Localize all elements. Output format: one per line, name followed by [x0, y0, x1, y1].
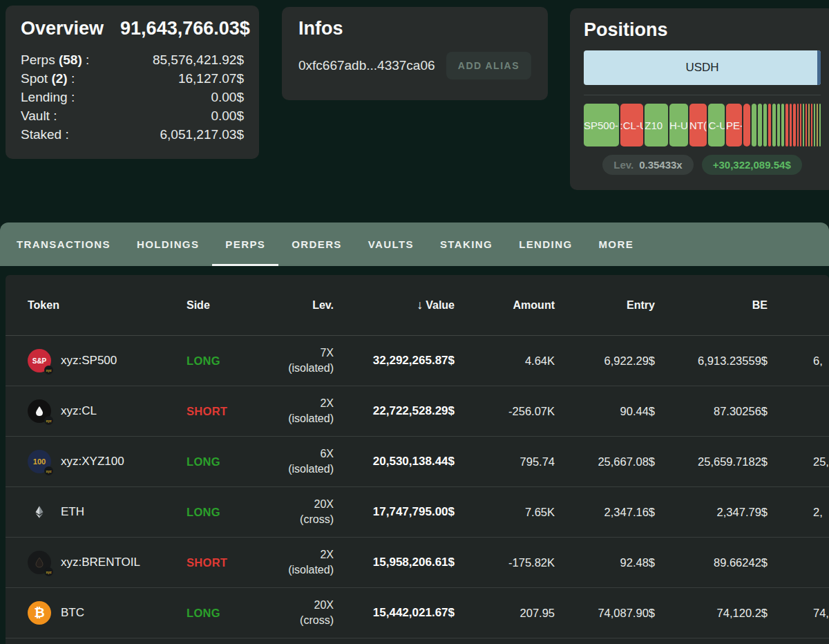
- position-chip[interactable]: [806, 104, 807, 146]
- table-row[interactable]: xyzxyz:BRENTOILSHORT2X(isolated)15,958,2…: [6, 538, 829, 588]
- leverage-cell: 2X(isolated): [235, 547, 334, 578]
- tab-holdings[interactable]: HOLDINGS: [124, 222, 212, 266]
- position-chip[interactable]: C-U: [708, 104, 725, 146]
- xyz-badge-icon: xyz: [44, 466, 53, 475]
- value-cell: 22,722,528.29$: [334, 404, 455, 418]
- xyz-badge-icon: xyz: [44, 366, 53, 375]
- header-value-label: Value: [426, 299, 455, 311]
- table-row[interactable]: ₿BTCLONG20X(cross)15,442,021.67$207.9574…: [6, 588, 829, 638]
- entry-cell: 6,922.29$: [555, 354, 655, 368]
- sp500-icon: S&Pxyz: [28, 349, 51, 372]
- position-chip[interactable]: [763, 104, 767, 146]
- leverage-multiplier: 20X: [235, 598, 334, 613]
- token-cell: xyzxyz:CL: [28, 399, 187, 423]
- be-cell: 2,347.79$: [655, 506, 768, 519]
- overview-total: 91,643,766.03$: [120, 18, 250, 39]
- amount-cell: 207.95: [455, 607, 555, 620]
- position-chip[interactable]: [772, 104, 776, 146]
- overview-row: Lending :0.00$: [21, 88, 244, 106]
- position-chip[interactable]: [797, 104, 799, 146]
- overview-row-value: 0.00$: [211, 88, 244, 106]
- position-chip[interactable]: [819, 104, 821, 146]
- header-side[interactable]: Side: [187, 299, 235, 312]
- table-header-row: Token Side Lev. ↓Value Amount Entry BE: [6, 275, 829, 336]
- leverage-cell: 20X(cross): [235, 598, 334, 628]
- be-cell: 25,659.7182$: [655, 455, 768, 468]
- amount-cell: 7.65K: [455, 506, 555, 519]
- header-entry[interactable]: Entry: [555, 299, 655, 312]
- table-body: S&Pxyzxyz:SP500LONG7X(isolated)32,292,26…: [6, 336, 829, 638]
- infos-title: Infos: [298, 18, 531, 39]
- clipped-next-cell: 25,: [768, 455, 829, 468]
- position-chip[interactable]: [811, 104, 812, 146]
- perps-table: Token Side Lev. ↓Value Amount Entry BE S…: [6, 275, 829, 644]
- leverage-cell: 6X(isolated): [235, 446, 334, 477]
- position-chip[interactable]: [743, 104, 750, 146]
- usdh-token-button[interactable]: USDH: [584, 50, 821, 85]
- be-cell: 6,913.23559$: [655, 354, 768, 368]
- header-be[interactable]: BE: [655, 299, 768, 312]
- tab-staking[interactable]: STAKING: [427, 222, 506, 266]
- position-chip[interactable]: SP500-U: [584, 104, 619, 146]
- position-chip[interactable]: [777, 104, 780, 146]
- leverage-multiplier: 2X: [235, 396, 334, 411]
- be-cell: 87.30256$: [655, 405, 768, 418]
- position-chip[interactable]: [803, 104, 804, 146]
- position-chip[interactable]: [800, 104, 801, 146]
- position-chip[interactable]: [768, 104, 771, 146]
- margin-mode: (isolated): [235, 361, 334, 376]
- table-row[interactable]: S&Pxyzxyz:SP500LONG7X(isolated)32,292,26…: [6, 336, 829, 386]
- position-chip[interactable]: [808, 104, 810, 146]
- top-summary-section: Overview 91,643,766.03$ Perps (58) :85,5…: [0, 0, 829, 222]
- token-cell: ₿BTC: [28, 601, 187, 625]
- table-row[interactable]: 100xyzxyz:XYZ100LONG6X(isolated)20,530,1…: [6, 437, 829, 487]
- position-chip[interactable]: PE-U: [726, 104, 742, 146]
- xyz100-icon: 100xyz: [28, 450, 51, 473]
- add-alias-button[interactable]: ADD ALIAS: [446, 52, 531, 79]
- tab-transactions[interactable]: TRANSACTIONS: [3, 222, 124, 266]
- leverage-pill: Lev.0.35433x: [602, 155, 693, 175]
- table-row[interactable]: ETHLONG20X(cross)17,747,795.00$7.65K2,34…: [6, 487, 829, 538]
- leverage-cell: 2X(isolated): [235, 396, 334, 426]
- token-name: xyz:XYZ100: [61, 455, 124, 468]
- eth-icon: [28, 500, 51, 524]
- positions-card: Positions USDH SP500-U:CL-UZ10H-UNT(C-UP…: [570, 8, 829, 190]
- tab-lending[interactable]: LENDING: [506, 222, 585, 266]
- tab-perps[interactable]: PERPS: [212, 222, 278, 266]
- tab-bar: TRANSACTIONSHOLDINGSPERPSORDERSVAULTSSTA…: [0, 222, 829, 266]
- header-token[interactable]: Token: [28, 299, 187, 312]
- token-cell: S&Pxyzxyz:SP500: [28, 349, 187, 372]
- position-chip[interactable]: [785, 104, 788, 146]
- amount-cell: -175.82K: [455, 556, 555, 569]
- position-chip[interactable]: :CL-U: [620, 104, 644, 146]
- position-chip[interactable]: [758, 104, 762, 146]
- position-chip[interactable]: [790, 104, 792, 146]
- positions-chip-bar: SP500-U:CL-UZ10H-UNT(C-UPE-U: [584, 104, 821, 146]
- amount-cell: -256.07K: [455, 405, 555, 418]
- infos-card: Infos 0xfc667adb...4337ca06 ADD ALIAS: [282, 7, 548, 100]
- leverage-label: Lev.: [613, 159, 633, 171]
- amount-cell: 795.74: [455, 455, 555, 468]
- tab-more[interactable]: MORE: [585, 222, 647, 266]
- tab-orders[interactable]: ORDERS: [278, 222, 355, 266]
- position-chip[interactable]: H-U: [669, 104, 688, 146]
- position-chip[interactable]: [814, 104, 815, 146]
- header-lev[interactable]: Lev.: [235, 299, 334, 312]
- xyz-badge-icon: xyz: [44, 416, 53, 425]
- header-amount[interactable]: Amount: [455, 299, 555, 312]
- position-chip[interactable]: Z10: [645, 104, 668, 146]
- side-cell: LONG: [187, 506, 235, 519]
- oil-dark-icon: xyz: [28, 551, 51, 574]
- overview-row-value: 6,051,217.03$: [160, 125, 244, 144]
- position-chip[interactable]: [817, 104, 818, 146]
- oil-light-icon: xyz: [28, 399, 51, 423]
- position-chip[interactable]: [781, 104, 783, 146]
- tab-vaults[interactable]: VAULTS: [355, 222, 427, 266]
- leverage-cell: 20X(cross): [235, 497, 334, 527]
- position-chip[interactable]: NT(: [689, 104, 707, 146]
- entry-cell: 90.44$: [555, 405, 655, 418]
- table-row[interactable]: xyzxyz:CLSHORT2X(isolated)22,722,528.29$…: [6, 386, 829, 437]
- position-chip[interactable]: [752, 104, 756, 146]
- position-chip[interactable]: [793, 104, 795, 146]
- header-value[interactable]: ↓Value: [334, 298, 455, 312]
